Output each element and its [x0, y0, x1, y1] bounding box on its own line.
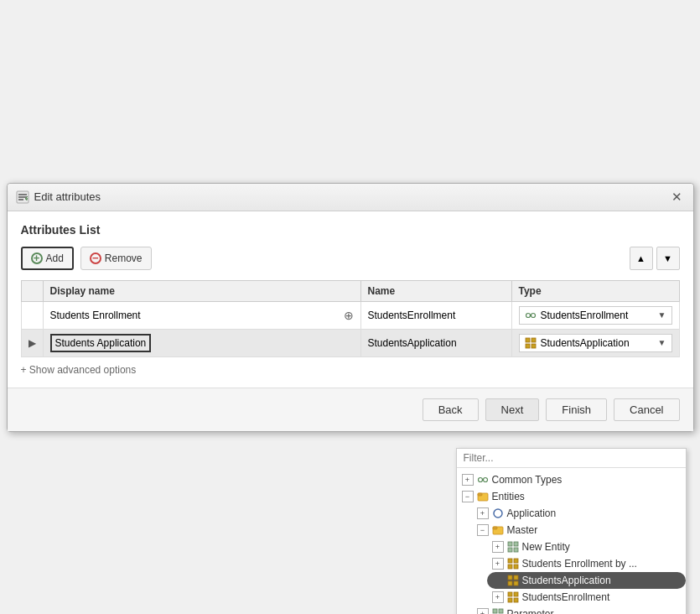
expand-common-types[interactable]: +: [462, 474, 474, 486]
edit-attributes-dialog: Edit attributes ✕ Attributes List + Add …: [7, 183, 694, 432]
tree-item-master[interactable]: − Master: [472, 522, 686, 539]
grid-icon-param: [491, 607, 505, 615]
dialog-title-left: Edit attributes: [16, 190, 101, 204]
svg-point-5: [526, 313, 530, 317]
svg-rect-32: [508, 592, 512, 596]
row1-display-name: Students Enrollment: [50, 310, 141, 321]
tree-item-entities[interactable]: − Entities: [457, 488, 686, 505]
svg-rect-35: [514, 598, 518, 602]
dialog-body: Attributes List + Add − Remove ▲ ▼: [8, 211, 693, 388]
dropdown-arrow-2: ▼: [658, 338, 666, 347]
tree-label-master: Master: [507, 524, 538, 536]
add-label: Add: [46, 252, 64, 264]
svg-rect-24: [508, 559, 512, 563]
svg-rect-19: [493, 527, 497, 529]
row-name-1: StudentsEnrollment: [360, 301, 511, 329]
settings-icon[interactable]: ⊕: [344, 309, 354, 322]
finish-button[interactable]: Finish: [546, 398, 607, 421]
expand-students-enrollment[interactable]: +: [492, 591, 504, 603]
svg-point-17: [494, 509, 502, 518]
svg-rect-30: [508, 581, 512, 585]
type-dropdown-2[interactable]: StudentsApplication ▼: [519, 334, 672, 352]
col-name: Name: [360, 280, 511, 301]
remove-label: Remove: [105, 252, 143, 264]
filter-input[interactable]: [457, 449, 686, 468]
main-content: Display name Name Type Students Enrollme…: [21, 280, 680, 376]
row-expand-2: ▶: [21, 329, 43, 356]
svg-rect-26: [508, 565, 512, 569]
svg-rect-21: [514, 542, 518, 546]
svg-rect-33: [514, 592, 518, 596]
add-button[interactable]: + Add: [21, 247, 74, 270]
dropdown-arrow-1: ▼: [658, 310, 666, 320]
tree-item-common-types[interactable]: + Common Types: [457, 471, 686, 488]
svg-point-6: [531, 313, 535, 317]
move-up-button[interactable]: ▲: [630, 247, 653, 270]
row2-display-name: Students Application: [55, 337, 147, 349]
type-text-2: StudentsApplication: [541, 337, 630, 349]
type-dropdown-1[interactable]: StudentsEnrollment ▼: [519, 306, 672, 325]
table-header-row: Display name Name Type: [21, 280, 679, 301]
svg-rect-27: [514, 565, 518, 569]
svg-rect-23: [514, 548, 518, 552]
expand-parameter[interactable]: +: [477, 608, 489, 615]
grid-icon-app: [506, 574, 520, 587]
tree-label-students-enrollment: StudentsEnrollment: [522, 591, 610, 603]
row-display-name-2[interactable]: Students Application: [43, 329, 360, 356]
tree-item-students-application[interactable]: StudentsApplication: [487, 572, 686, 589]
expand-students-enrollment-by[interactable]: +: [492, 558, 504, 570]
next-button[interactable]: Next: [485, 398, 540, 421]
svg-rect-22: [508, 548, 512, 552]
tree-label-application: Application: [507, 507, 557, 519]
display-name-boxed: Students Application: [50, 334, 152, 352]
svg-rect-31: [514, 581, 518, 585]
type-icon-1: [525, 310, 537, 321]
tree-label-parameter: Parameter: [507, 608, 554, 615]
tree-item-application[interactable]: + Application: [472, 505, 686, 522]
move-down-button[interactable]: ▼: [656, 247, 680, 270]
tree-label-entities: Entities: [492, 491, 525, 502]
remove-circle-icon: −: [90, 252, 101, 264]
tree-label-new-entity: New Entity: [522, 541, 570, 553]
expand-new-entity[interactable]: +: [492, 541, 504, 553]
edit-icon: [16, 190, 29, 204]
close-button[interactable]: ✕: [670, 190, 685, 205]
row-type-1[interactable]: StudentsEnrollment ▼: [511, 301, 679, 329]
tree-label-common-types: Common Types: [492, 474, 563, 486]
svg-rect-16: [478, 493, 482, 496]
row-display-name-1[interactable]: Students Enrollment ⊕: [43, 301, 360, 329]
dialog-title: Edit attributes: [34, 190, 101, 203]
circle-icon: [491, 507, 505, 520]
table-row[interactable]: ▶ Students Application StudentsApplicati…: [21, 329, 679, 356]
back-button[interactable]: Back: [423, 398, 479, 421]
link-icon: [476, 473, 490, 487]
type-text-1: StudentsEnrollment: [541, 310, 629, 321]
remove-button[interactable]: − Remove: [80, 247, 152, 270]
section-title: Attributes List: [21, 223, 680, 237]
svg-rect-11: [531, 344, 536, 348]
cancel-button[interactable]: Cancel: [614, 398, 679, 421]
tree-item-parameter[interactable]: + Parameter: [472, 606, 686, 615]
expand-entities[interactable]: −: [462, 491, 474, 502]
show-advanced-options[interactable]: + Show advanced options: [21, 364, 680, 376]
tree-item-new-entity[interactable]: + New Entity: [487, 539, 686, 555]
svg-rect-34: [508, 598, 512, 602]
tree-item-students-enrollment-by[interactable]: + Students Enrollment by ...: [487, 555, 686, 572]
add-circle-icon: +: [31, 252, 43, 264]
row-type-2[interactable]: StudentsApplication ▼: [511, 329, 679, 356]
svg-rect-8: [526, 338, 530, 342]
table-row[interactable]: Students Enrollment ⊕ StudentsEnrollment: [21, 301, 679, 329]
svg-rect-9: [531, 338, 536, 342]
dialog-title-bar: Edit attributes ✕: [8, 184, 693, 211]
folder-master-icon: [491, 523, 505, 537]
expand-application[interactable]: +: [477, 507, 489, 519]
tree-item-students-enrollment[interactable]: + StudentsEnrollment: [487, 589, 686, 606]
svg-rect-10: [526, 344, 530, 348]
svg-rect-36: [493, 609, 497, 613]
svg-rect-29: [514, 575, 518, 580]
svg-point-12: [478, 477, 482, 481]
col-display-name: Display name: [43, 280, 360, 301]
type-icon-2: [525, 337, 537, 349]
tree-label-students-enrollment-by: Students Enrollment by ...: [522, 558, 637, 570]
expand-master[interactable]: −: [477, 524, 489, 536]
